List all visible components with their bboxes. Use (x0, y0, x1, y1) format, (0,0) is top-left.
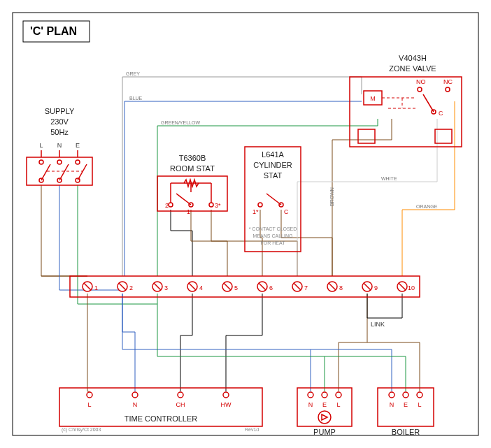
valve-body (350, 77, 462, 147)
svg-point-62 (318, 411, 331, 424)
tc-rev: Rev1d (245, 427, 259, 432)
strip-t7: 7 (304, 284, 308, 291)
svg-point-57 (223, 392, 229, 398)
svg-point-65 (403, 392, 408, 398)
svg-point-13 (169, 203, 173, 207)
svg-point-56 (178, 392, 183, 398)
cs-note2: MEANS CALLING (253, 233, 293, 238)
wire-tc-l (87, 294, 90, 391)
svg-point-3 (39, 160, 43, 164)
svg-rect-31 (435, 129, 452, 143)
cyl-stat-type: L641A (262, 150, 284, 159)
wire-rs-2 (171, 210, 192, 276)
strip-t1: 1 (94, 284, 98, 291)
svg-point-22 (258, 203, 262, 207)
tc-ch: CH (176, 401, 185, 408)
svg-point-60 (322, 392, 327, 398)
valve-c: C (439, 110, 443, 117)
room-stat-label: ROOM STAT (170, 164, 215, 173)
strip-t10: 10 (408, 284, 415, 291)
pump-l: L (336, 401, 340, 408)
wire-label-gy: GREEN/YELLOW (161, 120, 200, 125)
cyl-stat-label2: STAT (264, 171, 283, 180)
svg-point-64 (389, 392, 394, 398)
boiler-n: N (390, 401, 394, 408)
svg-point-27 (446, 87, 450, 92)
strip-terminals: 1 2 3 4 5 6 7 8 9 10 (83, 282, 415, 291)
title-label: 'C' PLAN (30, 25, 77, 37)
svg-point-15 (209, 203, 213, 207)
valve-label: ZONE VALVE (389, 64, 436, 73)
wire-valve-white (297, 119, 437, 276)
rs-t2: 2 (165, 202, 169, 209)
rs-t3: 3* (215, 202, 221, 209)
svg-point-61 (336, 392, 341, 398)
boiler-l: L (418, 401, 421, 408)
wire-rs-1 (191, 210, 227, 276)
cs-tc: C (284, 208, 289, 215)
wire-supply-l (41, 185, 87, 276)
boiler-label: BOILER (392, 428, 420, 436)
tc-label: TIME CONTROLLER (124, 414, 198, 423)
svg-line-29 (423, 94, 434, 112)
supply-l: L (39, 142, 43, 149)
strip-t9: 9 (374, 284, 378, 291)
wire-valve-brown (332, 119, 392, 276)
wire-valve-gy (157, 119, 378, 276)
cylinder-stat-block: L641A CYLINDER STAT 1* C * CONTACT CLOSE… (245, 147, 301, 252)
zone-valve-block: V4043H ZONE VALVE M NO NC C (350, 54, 462, 147)
strip-t5: 5 (234, 284, 238, 291)
boiler-block: N E L BOILER (378, 388, 434, 436)
boiler-e: E (404, 401, 408, 408)
svg-line-16 (176, 194, 191, 205)
tc-l: L (87, 401, 91, 408)
wire-valve-blue (124, 101, 362, 276)
wire-label-brown: BROWN (329, 187, 334, 206)
wire-label-white: WHITE (381, 176, 397, 181)
supply-n: N (57, 142, 62, 149)
wire-tc-ch (180, 294, 192, 391)
supply-block: SUPPLY 230V 50Hz L N E (27, 107, 92, 185)
svg-point-59 (308, 392, 313, 398)
wire-pump-l (339, 294, 367, 391)
diagram-border (13, 13, 478, 435)
wire-tc-n (122, 294, 135, 391)
wire-valve-orange (402, 101, 455, 276)
strip-t8: 8 (339, 284, 343, 291)
svg-point-55 (132, 392, 138, 398)
wire-pump-e (157, 294, 325, 391)
wire-boiler-n (311, 349, 392, 391)
svg-line-10 (59, 164, 69, 180)
valve-nc: NC (443, 78, 453, 85)
room-stat-type: T6360B (179, 154, 206, 162)
svg-point-26 (418, 87, 422, 92)
strip-t6: 6 (269, 284, 273, 291)
valve-no: NO (416, 78, 426, 85)
tc-n: N (133, 401, 138, 408)
svg-point-7 (76, 160, 80, 164)
valve-m: M (370, 95, 376, 102)
strip-t2: 2 (129, 284, 133, 291)
tc-copyright: (c) Chrisy/Ct 2003 (62, 427, 101, 433)
wire-label-orange: ORANGE (416, 204, 438, 209)
pump-label: PUMP (313, 428, 336, 436)
svg-line-9 (41, 164, 50, 180)
cs-note3: FOR HEAT (261, 240, 286, 245)
strip-t3: 3 (164, 284, 168, 291)
wire-supply-n (59, 185, 122, 290)
wire-boiler-e (325, 356, 406, 391)
svg-point-66 (417, 392, 422, 398)
supply-voltage: 230V (50, 117, 69, 126)
supply-e: E (76, 142, 80, 149)
cyl-stat-label: CYLINDER (253, 161, 292, 169)
svg-rect-30 (358, 129, 375, 143)
cs-note1: * CONTACT CLOSED (249, 226, 297, 231)
time-controller-block: L N CH HW TIME CONTROLLER (c) Chrisy/Ct … (59, 388, 262, 433)
wire-label-grey: GREY (126, 71, 140, 76)
cs-t1: 1* (252, 208, 259, 215)
svg-line-24 (266, 194, 281, 205)
pump-block: N E L PUMP (297, 388, 352, 436)
link-label: LINK (371, 321, 385, 328)
wire-label-blue: BLUE (129, 96, 143, 101)
valve-type: V4043H (399, 54, 427, 62)
